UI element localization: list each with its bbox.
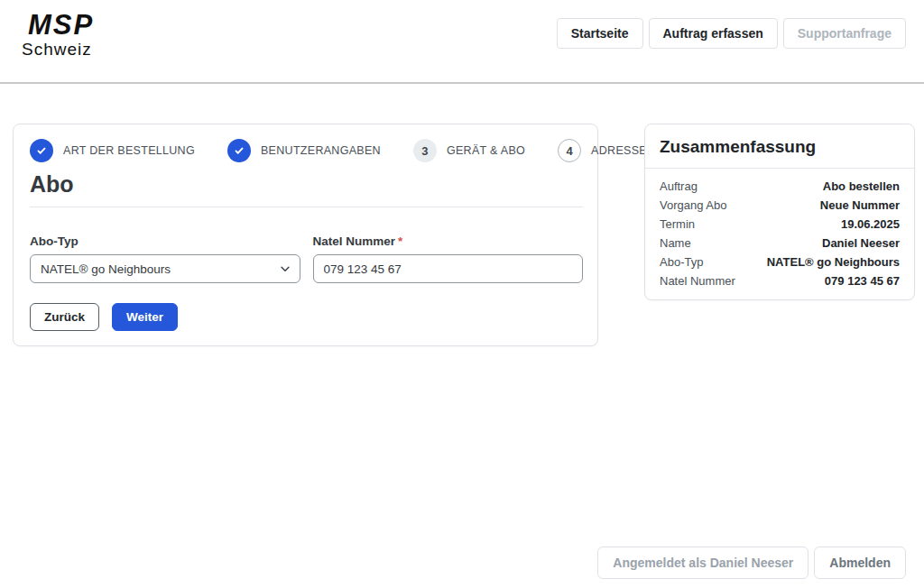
summary-label: Vorgang Abo: [660, 196, 726, 215]
natel-nummer-input[interactable]: [313, 254, 584, 283]
summary-label: Natel Nummer: [660, 271, 735, 290]
summary-title: Zusammenfassung: [660, 137, 900, 157]
supportanfrage-button: Supportanfrage: [783, 18, 906, 49]
content: ART DER BESTELLUNG BENUTZERANGABEN 3 GER…: [0, 84, 924, 346]
page-title: Abo: [30, 171, 583, 198]
zurueck-button[interactable]: Zurück: [30, 303, 99, 331]
header: MSP Schweiz Startseite Auftrag erfassen …: [0, 0, 924, 84]
summary-value: NATEL® go Neighbours: [767, 253, 900, 271]
step-geraet-und-abo[interactable]: 3 GERÄT & ABO: [413, 139, 525, 162]
summary-row-name: Name Daniel Neeser: [660, 234, 900, 253]
summary-value: 19.06.2025: [841, 215, 900, 234]
summary-rows: Auftrag Abo bestellen Vorgang Abo Neue N…: [660, 169, 900, 290]
step-2-check-circle: [227, 139, 251, 162]
natel-nummer-label: Natel Nummer*: [313, 234, 584, 248]
summary-row-natel-nummer: Natel Nummer 079 123 45 67: [660, 271, 900, 290]
logo-msp-text: MSP: [28, 11, 94, 39]
summary-header: Zusammenfassung: [645, 124, 914, 169]
summary-label: Auftrag: [660, 177, 698, 196]
top-nav: Startseite Auftrag erfassen Supportanfra…: [557, 18, 906, 49]
auftrag-erfassen-button[interactable]: Auftrag erfassen: [649, 18, 778, 49]
weiter-button[interactable]: Weiter: [112, 303, 178, 331]
logo-schweiz-text: Schweiz: [22, 41, 94, 58]
step-1-check-circle: [30, 139, 53, 162]
divider: [30, 207, 583, 207]
abmelden-button[interactable]: Abmelden: [814, 547, 906, 579]
summary-row-termin: Termin 19.06.2025: [660, 215, 900, 234]
required-asterisk: *: [398, 234, 402, 248]
summary-value: 079 123 45 67: [825, 271, 900, 290]
abo-typ-select[interactable]: NATEL® go Neighbours: [30, 254, 300, 283]
step-3-number-circle: 3: [413, 139, 437, 162]
summary-row-auftrag: Auftrag Abo bestellen: [660, 177, 900, 196]
step-3-label: GERÄT & ABO: [447, 144, 525, 157]
form-row: Abo-Typ NATEL® go Neighbours Natel Numme…: [30, 234, 583, 283]
natel-nummer-label-text: Natel Nummer: [313, 234, 396, 248]
startseite-button[interactable]: Startseite: [557, 18, 643, 49]
wizard-card: ART DER BESTELLUNG BENUTZERANGABEN 3 GER…: [13, 124, 598, 346]
summary-card: Zusammenfassung Auftrag Abo bestellen Vo…: [644, 124, 915, 300]
summary-value: Daniel Neeser: [822, 234, 900, 253]
natel-nummer-field-group: Natel Nummer*: [313, 234, 584, 283]
step-1-label: ART DER BESTELLUNG: [63, 144, 195, 157]
wizard-stepper: ART DER BESTELLUNG BENUTZERANGABEN 3 GER…: [30, 139, 583, 162]
step-benutzerangaben[interactable]: BENUTZERANGABEN: [227, 139, 381, 162]
summary-value: Abo bestellen: [823, 177, 900, 196]
footer: Angemeldet als Daniel Neeser Abmelden: [597, 547, 906, 579]
wizard-button-row: Zurück Weiter: [30, 303, 583, 331]
summary-row-vorgang-abo: Vorgang Abo Neue Nummer: [660, 196, 900, 215]
check-icon: [233, 144, 245, 157]
abo-typ-label: Abo-Typ: [30, 234, 300, 248]
summary-label: Name: [660, 234, 691, 253]
page: MSP Schweiz Startseite Auftrag erfassen …: [0, 0, 924, 588]
logged-in-status-button: Angemeldet als Daniel Neeser: [597, 547, 808, 579]
summary-label: Abo-Typ: [660, 253, 703, 271]
step-2-label: BENUTZERANGABEN: [261, 144, 381, 157]
logo: MSP Schweiz: [22, 11, 94, 58]
abo-typ-select-wrap: NATEL® go Neighbours: [30, 254, 300, 283]
summary-value: Neue Nummer: [820, 196, 900, 215]
step-art-der-bestellung[interactable]: ART DER BESTELLUNG: [30, 139, 195, 162]
summary-row-abo-typ: Abo-Typ NATEL® go Neighbours: [660, 253, 900, 271]
check-icon: [35, 144, 48, 157]
summary-label: Termin: [660, 215, 695, 234]
abo-typ-field-group: Abo-Typ NATEL® go Neighbours: [30, 234, 300, 283]
step-4-number-circle: 4: [558, 139, 581, 162]
